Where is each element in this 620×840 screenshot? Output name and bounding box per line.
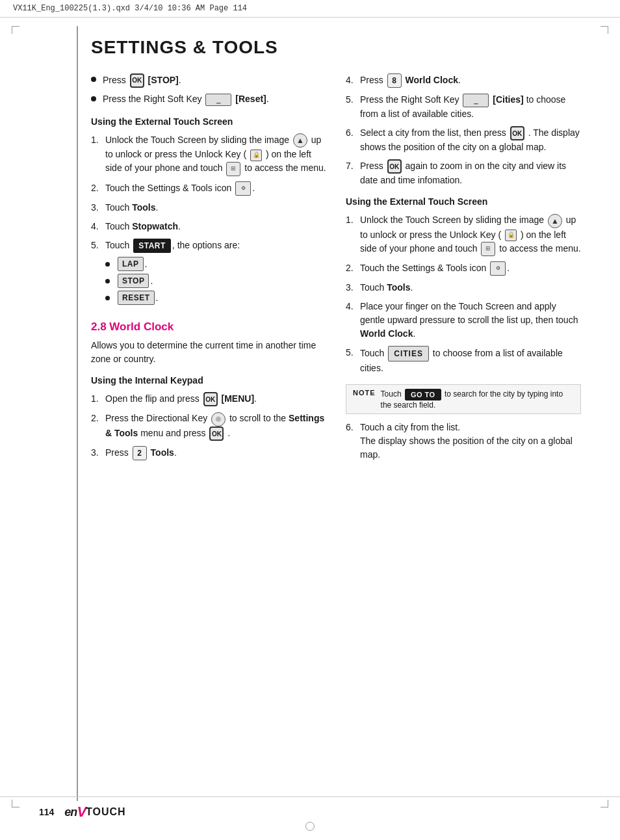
r-num-4: 4. [346,73,360,87]
r-ext-num-4: 4. [346,300,360,313]
r-num-6: 6. [346,126,360,140]
bullet-item-stop: Press OK [STOP]. [91,73,326,88]
step-1-unlock-left: 1. Unlock the Touch Screen by sliding th… [91,133,326,176]
step-text: Unlock the Touch Screen by sliding the i… [105,133,326,176]
r-ext-num-5: 5. [346,346,360,360]
arrow-up-icon-2: ▲ [548,214,562,228]
ok-icon-4: OK [510,126,524,140]
start-options-list: LAP . STOP . RESET . [105,257,326,305]
step-num-4: 4. [91,220,105,233]
step-5-start: 5. Touch START, the options are: LAP . [91,239,326,308]
sub-lap: LAP . [105,257,326,271]
r-ext-num-2: 2. [346,261,360,275]
internal-keypad-list: 1. Open the flip and press OK [MENU]. 2.… [91,392,326,460]
r-ext-text-4: Place your finger on the Touch Screen an… [360,300,581,341]
key-2: 2 [133,446,147,460]
bullet-item-reset: Press the Right Soft Key ⎯ [Reset]. [91,93,326,106]
r-after-num-6: 6. [346,421,360,434]
ok-icon-5: OK [387,159,402,174]
lap-label: LAP [118,257,144,271]
reset-label-btn: RESET [118,291,155,305]
dir-key-icon: ◎ [211,412,226,427]
r-text-7: Press OK again to zoom in on the city an… [360,159,581,187]
right-step-5: 5. Press the Right Soft Key ⎯ [Cities] t… [346,93,581,121]
i-num-3: 3. [91,446,105,460]
reset-period: . [156,291,159,305]
brand-logo: enVTOUCH [64,804,125,820]
step-4-stopwatch: 4. Touch Stopwatch. [91,220,326,233]
i-text-2: Press the Directional Key ◎ to scroll to… [105,412,326,441]
i-num-2: 2. [91,412,105,425]
right-step-4: 4. Press 8 World Clock. [346,73,581,88]
r-ext-text-2: Touch the Settings & Tools icon ⚙. [360,261,581,276]
page-number: 114 [39,807,54,817]
two-column-layout: Press OK [STOP]. Press the Right Soft Ke… [91,73,581,471]
lock-key-icon-2: 🔒 [505,230,517,241]
menu-grid-icon-2: ⊞ [481,242,495,256]
internal-step-3: 3. Press 2 Tools. [91,446,326,460]
note-block: NOTE Touch GO TO to search for the city … [346,384,581,414]
internal-step-2: 2. Press the Directional Key ◎ to scroll… [91,412,326,441]
sub-dot-3 [105,296,110,300]
brand-v: V [77,804,86,820]
step-2-settings-left: 2. Touch the Settings & Tools icon ⚙. [91,181,326,196]
r-num-5: 5. [346,93,360,107]
external-touch-heading-left: Using the External Touch Screen [91,116,326,127]
r-ext-text-3: Touch Tools. [360,281,581,295]
r-text-5: Press the Right Soft Key ⎯ [Cities] to c… [360,93,581,121]
sub-dot-2 [105,279,110,283]
bullet-stop-text: Press OK [STOP]. [103,73,181,88]
sub-stop: STOP . [105,274,326,288]
r-ext-num-3: 3. [346,281,360,295]
r-ext-num-1: 1. [346,213,360,227]
corner-tr [601,26,608,34]
r-ext-step-5: 5. Touch CITIES to choose from a list of… [346,346,581,375]
sub-dot [105,262,110,267]
stop-period: . [150,274,153,288]
r-ext-step-4: 4. Place your finger on the Touch Screen… [346,300,581,341]
page-wrapper: VX11K_Eng_100225(1.3).qxd 3/4/10 10:36 A… [0,0,620,840]
r-after-text-6: Touch a city from the list.The display s… [360,421,581,462]
menu-grid-icon: ⊞ [226,162,240,176]
header-text: VX11K_Eng_100225(1.3).qxd 3/4/10 10:36 A… [13,4,247,13]
cities-button: CITIES [388,346,429,361]
settings-icon: ⚙ [235,181,251,196]
r-ext-step-3: 3. Touch Tools. [346,281,581,295]
stop-label-btn: STOP [118,274,149,288]
sub-reset: RESET . [105,291,326,305]
r-text-6: Select a city from the list, then press … [360,126,581,154]
bullet-reset-text: Press the Right Soft Key ⎯ [Reset]. [103,93,269,106]
page-title: SETTINGS & TOOLS [91,37,581,58]
header-bar: VX11K_Eng_100225(1.3).qxd 3/4/10 10:36 A… [0,0,620,18]
r-step-6-touch: 6. Touch a city from the list.The displa… [346,421,581,462]
start-button: START [133,239,171,253]
bullet-dot-2 [91,96,96,101]
external-touch-list-left: 1. Unlock the Touch Screen by sliding th… [91,133,326,308]
key-8: 8 [387,73,402,88]
reset-label: [Reset] [235,94,266,104]
after-note-list: 6. Touch a city from the list.The displa… [346,421,581,462]
i-num-1: 1. [91,392,105,406]
i-text-1: Open the flip and press OK [MENU]. [105,392,326,406]
i-text-3: Press 2 Tools. [105,446,326,460]
content-area: SETTINGS & TOOLS Press OK [STOP]. [0,18,620,510]
external-touch-list-right: 1. Unlock the Touch Screen by sliding th… [346,213,581,375]
internal-keypad-heading: Using the Internal Keypad [91,375,326,386]
corner-tl [12,26,19,34]
bottom-circle [305,822,315,831]
step-text-4: Touch Stopwatch. [105,220,326,233]
right-column: 4. Press 8 World Clock. 5. Press the Rig… [346,73,581,471]
settings-icon-2: ⚙ [490,261,506,276]
goto-button: GO TO [405,389,441,400]
ok-icon-3: OK [209,427,224,441]
note-label: NOTE [353,389,376,397]
top-bullet-list: Press OK [STOP]. Press the Right Soft Ke… [91,73,326,106]
r-text-4: Press 8 World Clock. [360,73,581,88]
right-step-6: 6. Select a city from the list, then pre… [346,126,581,154]
world-clock-title: 2.8 World Clock [91,321,326,334]
right-step-7: 7. Press OK again to zoom in on the city… [346,159,581,187]
ok-icon: OK [130,73,144,88]
arrow-up-icon: ▲ [293,133,307,148]
brand-touch: TOUCH [86,806,126,818]
bullet-dot [91,77,96,82]
